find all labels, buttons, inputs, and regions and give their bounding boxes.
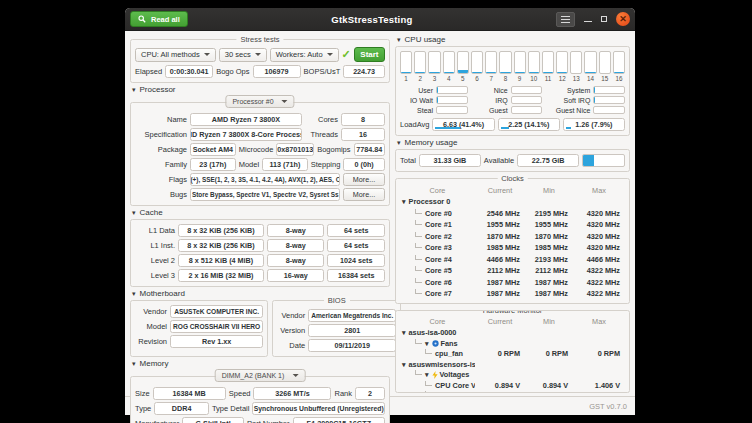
processor-selector[interactable]: Processor #0: [225, 95, 294, 108]
mem-type-detail-field[interactable]: Synchronous Unbuffered (Unregistered): [252, 402, 385, 415]
family-field[interactable]: 23 (17h): [190, 158, 236, 171]
mem-total-label: Total: [400, 156, 416, 165]
cache-sets-field[interactable]: 64 sets: [327, 224, 385, 237]
lightning-icon: [432, 371, 438, 379]
cpu-name-field[interactable]: AMD Ryzen 7 3800X: [190, 113, 302, 126]
minimize-button[interactable]: [584, 21, 592, 23]
bios-vendor-field[interactable]: American Megatrends Inc.: [308, 309, 396, 322]
memory-expander[interactable]: ▾ Memory: [132, 359, 390, 368]
mem-type-detail-label: Type Detail: [212, 404, 250, 413]
read-all-button[interactable]: Read all: [130, 11, 188, 27]
motherboard-expander[interactable]: ▾ Motherboard: [132, 289, 390, 298]
steal-label: Steal: [400, 107, 433, 114]
stress-method-select[interactable]: CPU: All methods: [135, 48, 216, 62]
bios-date-field[interactable]: 09/11/2019: [308, 339, 396, 352]
tree-elbow: [415, 370, 422, 375]
processor-expander[interactable]: ▾ Processor: [132, 85, 390, 94]
clock-row[interactable]: Core #3 1985 MHz1985 MHz4320 MHz: [400, 242, 625, 254]
hwmon-sensor-row[interactable]: cpu_fan 0 RPM0 RPM0 RPM: [400, 349, 625, 360]
loadavg-15m-field[interactable]: 1.26 (7.9%): [563, 118, 625, 131]
cpu-core-bar-6: 6: [471, 51, 483, 82]
mem-speed-field[interactable]: 3266 MT/s: [253, 387, 331, 400]
clock-row[interactable]: Core #5 2112 MHz2112 MHz4322 MHz: [400, 265, 625, 277]
board-revision-field[interactable]: Rev 1.xx: [170, 335, 263, 348]
elapsed-field[interactable]: 0:00:30.041: [165, 65, 213, 78]
cache-ways-field[interactable]: 16-way: [267, 269, 325, 282]
maximize-button[interactable]: [601, 16, 607, 22]
cache-sets-field[interactable]: 1024 sets: [327, 254, 385, 267]
bios-version-field[interactable]: 2801: [308, 324, 396, 337]
clock-row[interactable]: Core #7 1987 MHz1987 MHz4322 MHz: [400, 288, 625, 300]
cache-sets-field[interactable]: 64 sets: [327, 239, 385, 252]
bogomips-field[interactable]: 7784.84: [354, 143, 385, 156]
memory-usage-expander[interactable]: ▾ Memory usage: [397, 138, 630, 147]
cache-ways-field[interactable]: 8-way: [267, 239, 325, 252]
bops-field[interactable]: 224.73: [343, 65, 385, 78]
clock-row[interactable]: Core #4 4466 MHz2193 MHz4466 MHz: [400, 254, 625, 266]
clock-row[interactable]: Core #6 1987 MHz1987 MHz4322 MHz: [400, 277, 625, 289]
cache-size-field[interactable]: 8 x 512 KiB (4 MiB): [178, 254, 264, 267]
mem-manufacturer-field[interactable]: G Skill Intl: [182, 417, 244, 423]
cores-field[interactable]: 8: [341, 113, 385, 126]
cpu-core-bar-11: 11: [542, 51, 554, 82]
flags-more-button[interactable]: More...: [343, 173, 385, 186]
cache-size-field[interactable]: 8 x 32 KiB (256 KiB): [178, 239, 264, 252]
microcode-label: Microcode: [239, 145, 274, 154]
window-title: GtkStressTesting: [192, 14, 552, 25]
microcode-field[interactable]: 0x8701013: [276, 143, 314, 156]
hwmon-fans-row[interactable]: ▾ Fans: [400, 338, 625, 349]
start-button[interactable]: Start: [354, 47, 385, 62]
mem-rank-field[interactable]: 2: [355, 387, 385, 400]
specification-field[interactable]: AMD Ryzen 7 3800X 8-Core Processor: [190, 128, 302, 141]
cache-ways-field[interactable]: 8-way: [267, 254, 325, 267]
system-meter: [593, 86, 625, 94]
clock-row[interactable]: Core #0 2546 MHz2195 MHz4320 MHz: [400, 208, 625, 220]
app-window: Read all GtkStressTesting ✕ Stress tests…: [125, 8, 635, 415]
loadavg-1m-field[interactable]: 6.63 (41.4%): [432, 118, 494, 131]
package-field[interactable]: Socket AM4: [190, 143, 236, 156]
cpu-core-bar-3: 3: [428, 51, 440, 82]
tree-elbow: [425, 391, 432, 393]
bugs-field[interactable]: Spec Store Bypass, Spectre V1, Spectre V…: [190, 188, 340, 201]
model-field[interactable]: 113 (71h): [262, 158, 308, 171]
specification-label: Specification: [135, 130, 187, 139]
hwmon-device-row[interactable]: ▾asuswmisensors-isa-0000: [400, 359, 625, 370]
dimm-selector[interactable]: DIMM_A2 (BANK 1): [215, 369, 306, 382]
mem-size-field[interactable]: 16384 MB: [153, 387, 226, 400]
hwmon-sensor-row[interactable]: CPU Core Voltage 0.894 V0.894 V1.406 V: [400, 380, 625, 391]
board-model-field[interactable]: ROG CROSSHAIR VII HERO: [170, 320, 263, 333]
mem-available-field[interactable]: 22.75 GiB: [517, 154, 579, 167]
hwmon-voltages-row[interactable]: ▾ Voltages: [400, 370, 625, 381]
loadavg-5m-field[interactable]: 2.25 (14.1%): [498, 118, 560, 131]
bogo-ops-field[interactable]: 106979: [253, 65, 301, 78]
clock-row[interactable]: Core #2 1870 MHz1870 MHz4320 MHz: [400, 231, 625, 243]
clock-row[interactable]: Core #1 1955 MHz1955 MHz4320 MHz: [400, 219, 625, 231]
bugs-more-button[interactable]: More...: [343, 188, 385, 201]
hwmon-device-row[interactable]: ▾asus-isa-0000: [400, 328, 625, 339]
cache-size-field[interactable]: 2 x 16 MiB (32 MiB): [178, 269, 264, 282]
cache-size-field[interactable]: 8 x 32 KiB (256 KiB): [178, 224, 264, 237]
hwmon-sensor-row[interactable]: CPU SOC Voltage 1.079 V1.068 V1.079 V: [400, 391, 625, 394]
cache-expander[interactable]: ▾ Cache: [132, 208, 390, 217]
close-button[interactable]: ✕: [616, 12, 630, 26]
flags-field[interactable]: MMX, (+), SSE(1, 2, 3, 3S, 4.1, 4.2, 4A)…: [190, 173, 340, 186]
stress-duration-select[interactable]: 30 secs: [219, 48, 267, 62]
cpu-core-bars: 12345678910111213141516: [400, 51, 625, 82]
cpu-usage-expander[interactable]: ▾ CPU usage: [397, 35, 630, 44]
tree-elbow: [415, 220, 422, 225]
expander-triangle-icon: ▾: [402, 361, 406, 368]
stress-workers-select[interactable]: Workers: Auto: [270, 48, 339, 62]
memory-usage-section-label: Memory usage: [405, 138, 458, 147]
mem-part-field[interactable]: F4-3000C15-16GTZ: [293, 417, 386, 423]
col-min: Min: [525, 186, 573, 195]
threads-field[interactable]: 16: [341, 128, 385, 141]
processor-selector-value: Processor #0: [232, 98, 273, 105]
cache-sets-field[interactable]: 16384 sets: [327, 269, 385, 282]
menu-button[interactable]: [556, 12, 575, 27]
mem-type-field[interactable]: DDR4: [154, 402, 209, 415]
board-vendor-field[interactable]: ASUSTeK COMPUTER INC.: [170, 305, 263, 318]
cache-ways-field[interactable]: 8-way: [267, 224, 325, 237]
stepping-field[interactable]: 0 (0h): [343, 158, 385, 171]
mem-total-field[interactable]: 31.33 GiB: [419, 154, 481, 167]
clocks-group-row[interactable]: ▾Processor 0: [400, 196, 625, 208]
